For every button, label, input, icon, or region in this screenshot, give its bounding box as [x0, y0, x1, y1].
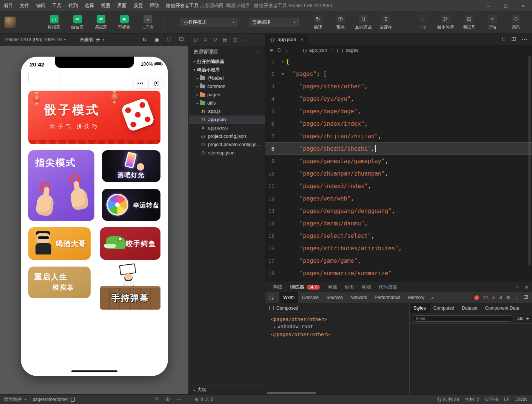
styles-tab-component-data[interactable]: Component Data [481, 303, 523, 313]
wxml-line-2[interactable]: </pages/other/other> [265, 331, 409, 338]
breadcrumb-file[interactable]: {} app.json [302, 48, 327, 53]
code-line-11[interactable]: 11 "pages/index3/index", [265, 180, 532, 192]
menubar-item-3[interactable]: 工具 [49, 0, 65, 11]
split-editor-icon[interactable] [511, 36, 516, 43]
tree-item-8[interactable]: {}project.private.config.js... [189, 140, 265, 149]
tree-item-5[interactable]: {}app.json [189, 116, 265, 124]
code-line-5[interactable]: 5 "pages/dage/dage", [265, 105, 532, 117]
details-button[interactable]: ≡详情 [483, 15, 502, 30]
devtools-tab-wxml[interactable]: Wxml [279, 292, 298, 303]
compile-dropdown[interactable]: 普通编译 ▾ [249, 18, 299, 27]
code-line-16[interactable]: 16 "pages/attributes/attributes", [265, 242, 532, 254]
tree-item-2[interactable]: ▸pages [189, 91, 265, 99]
debugger-tab-2[interactable]: 问题 [324, 282, 341, 292]
menubar-item-2[interactable]: 编辑 [32, 0, 49, 11]
statusbar-item-4[interactable]: JSON [515, 397, 527, 402]
menubar-item-6[interactable]: 视图 [97, 0, 114, 11]
rotate-icon[interactable]: ↻ [142, 37, 147, 43]
tile-biting-crocodile[interactable]: 咬手鳄鱼 [100, 227, 160, 260]
menubar-item-0[interactable]: 项目 [0, 0, 16, 11]
tree-item-0[interactable]: ▸@babel [189, 74, 265, 82]
code-line-3[interactable]: 3 "pages/other/other", [265, 80, 532, 93]
back-icon[interactable]: ← [285, 48, 290, 53]
composed-checkbox[interactable] [269, 306, 274, 310]
code-line-10[interactable]: 10 "pages/zhuanpan/zhuanpan", [265, 167, 532, 180]
mini-search-box[interactable] [28, 72, 60, 83]
home-target-icon[interactable] [149, 81, 165, 86]
menubar-item-7[interactable]: 界面 [114, 0, 130, 11]
menu-dots-icon[interactable]: ••• [133, 79, 148, 88]
code-line-7[interactable]: 7 "pages/zhijian/zhijian", [265, 130, 532, 142]
mode-dropdown[interactable]: 小程序模式 ▾ [180, 18, 237, 27]
clear-cache-button[interactable]: 清缓存 [376, 15, 395, 30]
code-line-1[interactable]: 1▾{ [265, 55, 532, 68]
menubar-item-8[interactable]: 设置 [130, 0, 146, 11]
overflow-tabs-icon[interactable]: » [428, 295, 437, 300]
message-bell-button[interactable]: 消息 [506, 15, 525, 30]
kebab-menu-icon[interactable]: ⋮ [514, 295, 520, 301]
code-line-8[interactable]: 8 "pages/shezhi/shezhi", [265, 142, 532, 155]
close-icon[interactable]: × [525, 284, 528, 291]
statusbar-item-1[interactable]: 空格: 2 [465, 396, 479, 403]
problems-indicator[interactable]: ⊗ 0 ⚠ 0 [195, 395, 213, 404]
forward-icon[interactable]: → [294, 48, 299, 53]
statusbar-item-3[interactable]: LF [504, 397, 509, 402]
code-line-12[interactable]: 12 "pages/web/web", [265, 192, 532, 205]
tree-item-6[interactable]: Wapp.wxss [189, 124, 265, 132]
code-line-14[interactable]: 14 "pages/danmu/danmu", [265, 217, 532, 230]
devtools-tab-network[interactable]: Network [347, 292, 371, 303]
code-line-6[interactable]: 6 "pages/index/index", [265, 117, 532, 130]
warning-count[interactable]: 8 [500, 295, 502, 300]
devtools-tab-console[interactable]: Console [298, 292, 322, 303]
code-line-18[interactable]: 18 "pages/summarize/summarize" [265, 267, 532, 279]
bookmark-icon[interactable] [277, 48, 281, 52]
menubar-item-4[interactable]: 转到 [65, 0, 81, 11]
devtools-tab-memory[interactable]: Memory [404, 292, 428, 303]
dice-mode-banner[interactable]: 骰子模式 比手气 拼技巧 [28, 91, 160, 144]
code-line-4[interactable]: 4 "pages/eyu/eyu", [265, 93, 532, 105]
wxml-line-1[interactable]: ▸#shadow-root [265, 323, 409, 331]
copy-icon[interactable] [71, 398, 75, 402]
device-selector[interactable]: iPhone 12/13 (Pro) 100% 16 ▾ [5, 37, 66, 42]
tile-drinking-bro[interactable]: 喝酒大哥 [28, 227, 91, 260]
menubar-item-9[interactable]: 帮助 [146, 0, 162, 11]
dock-side-icon[interactable] [523, 295, 528, 301]
outline-section[interactable]: ▸ 大纲 [189, 385, 265, 394]
fold-icon[interactable]: ▾ [280, 59, 286, 63]
gear-icon[interactable]: ⚙ [506, 295, 510, 301]
devtools-tab-performance[interactable]: Performance [371, 292, 404, 303]
add-style-icon[interactable]: + [526, 316, 529, 321]
editor-button[interactable]: </>编辑器 [68, 15, 87, 30]
debugger-tab-0[interactable]: 构建 [269, 282, 286, 292]
debugger-tab-3[interactable]: 输出 [341, 282, 358, 292]
maximize-button[interactable]: □ [497, 0, 515, 11]
chevron-up-icon[interactable] [515, 284, 520, 291]
cls-toggle[interactable]: .cls [517, 316, 523, 321]
code-line-2[interactable]: 2▾ "pages": [ [265, 68, 532, 80]
tree-item-3[interactable]: ▸utils [189, 99, 265, 107]
filter-input[interactable]: Filter [413, 315, 513, 322]
devtools-tab-sources[interactable]: Sources [322, 292, 347, 303]
outline-list-icon[interactable]: ≡ [270, 48, 273, 53]
simulator-button[interactable]: ▢模拟器 [45, 15, 63, 30]
debugger-button[interactable]: ⇄调试器 [91, 15, 110, 30]
more-icon[interactable]: ⋯ [521, 36, 527, 43]
open-changes-icon[interactable] [501, 36, 506, 43]
more-icon[interactable]: ⋯ [242, 37, 247, 43]
page-path-group[interactable]: 页面路径 ▾ | pages/other/other [4, 395, 75, 404]
upload-button[interactable]: ↑上传 [413, 15, 432, 30]
search-icon[interactable] [203, 37, 208, 42]
explorer-section-0[interactable]: ▸打开的编辑器 [189, 57, 265, 66]
explorer-section-1[interactable]: ▾喝酒小程序 [189, 66, 265, 74]
tree-item-9[interactable]: {}sitemap.json [189, 149, 265, 157]
code-line-15[interactable]: 15 "pages/select/select", [265, 230, 532, 242]
tile-bar-lights[interactable]: 酒吧灯光 [102, 150, 160, 182]
statusbar-item-2[interactable]: UTF-8 [485, 397, 498, 402]
chevron-right-icon[interactable]: ▸ [274, 325, 276, 329]
test-account-button[interactable]: 测试号 [460, 15, 478, 30]
menubar-item-5[interactable]: 选择 [81, 0, 97, 11]
more-icon[interactable]: ⋯ [177, 397, 181, 402]
error-count[interactable]: 14 [483, 295, 488, 300]
fold-icon[interactable]: ▾ [280, 72, 286, 76]
breadcrumb-symbol[interactable]: [ ] pages [336, 48, 358, 53]
